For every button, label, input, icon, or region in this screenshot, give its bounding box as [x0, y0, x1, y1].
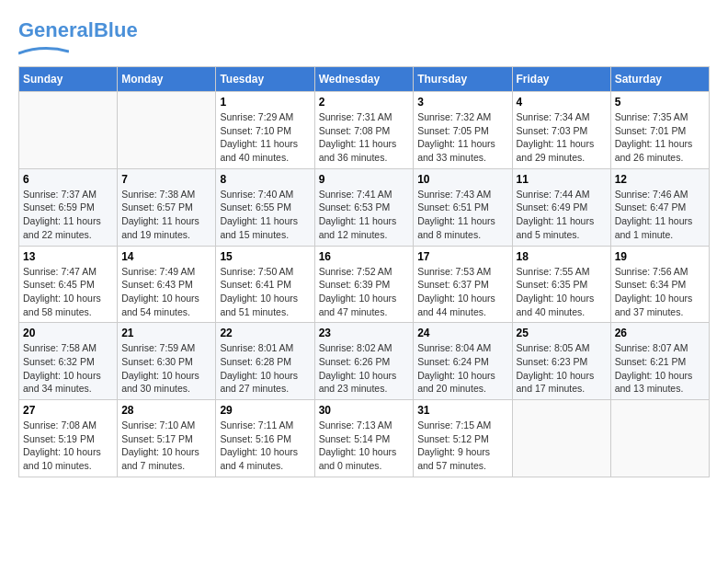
logo-general: General [18, 18, 94, 41]
day-info: Sunrise: 7:31 AM Sunset: 7:08 PM Dayligh… [319, 110, 410, 165]
day-number: 14 [121, 250, 211, 263]
day-number: 20 [23, 327, 113, 339]
day-info: Sunrise: 7:15 AM Sunset: 5:12 PM Dayligh… [417, 419, 507, 473]
day-number: 5 [615, 96, 705, 109]
day-number: 25 [517, 327, 607, 339]
day-info: Sunrise: 7:35 AM Sunset: 7:01 PM Dayligh… [615, 110, 705, 165]
calendar-cell: 1Sunrise: 7:29 AM Sunset: 7:10 PM Daylig… [216, 92, 314, 169]
day-number: 16 [319, 250, 410, 263]
day-info: Sunrise: 7:50 AM Sunset: 6:41 PM Dayligh… [220, 265, 310, 319]
calendar-cell [610, 400, 709, 477]
calendar-cell: 30Sunrise: 7:13 AM Sunset: 5:14 PM Dayli… [314, 400, 414, 477]
calendar-cell: 8Sunrise: 7:40 AM Sunset: 6:55 PM Daylig… [216, 168, 314, 246]
calendar-cell: 26Sunrise: 8:07 AM Sunset: 6:21 PM Dayli… [610, 323, 709, 400]
calendar-cell: 4Sunrise: 7:34 AM Sunset: 7:03 PM Daylig… [512, 92, 610, 169]
weekday-header-friday: Friday [512, 67, 610, 92]
day-number: 8 [220, 173, 310, 186]
day-info: Sunrise: 7:29 AM Sunset: 7:10 PM Dayligh… [220, 110, 310, 165]
calendar-week-row: 6Sunrise: 7:37 AM Sunset: 6:59 PM Daylig… [19, 168, 710, 246]
calendar-week-row: 27Sunrise: 7:08 AM Sunset: 5:19 PM Dayli… [19, 400, 710, 477]
day-info: Sunrise: 7:53 AM Sunset: 6:37 PM Dayligh… [417, 265, 507, 319]
calendar-week-row: 20Sunrise: 7:58 AM Sunset: 6:32 PM Dayli… [19, 323, 710, 400]
day-info: Sunrise: 7:10 AM Sunset: 5:17 PM Dayligh… [121, 419, 211, 473]
day-number: 28 [121, 404, 211, 417]
day-info: Sunrise: 7:43 AM Sunset: 6:51 PM Dayligh… [417, 188, 507, 242]
day-number: 30 [319, 404, 410, 417]
day-number: 29 [220, 404, 310, 417]
day-number: 3 [417, 96, 507, 109]
day-number: 23 [319, 327, 410, 339]
logo: GeneralBlue [18, 18, 138, 57]
logo-blue: Blue [94, 18, 138, 41]
day-info: Sunrise: 7:34 AM Sunset: 7:03 PM Dayligh… [517, 110, 607, 165]
page-header: GeneralBlue [18, 18, 710, 57]
day-info: Sunrise: 7:56 AM Sunset: 6:34 PM Dayligh… [615, 265, 705, 319]
day-number: 4 [517, 96, 607, 109]
day-number: 12 [615, 173, 705, 186]
day-info: Sunrise: 8:04 AM Sunset: 6:24 PM Dayligh… [417, 341, 507, 396]
day-info: Sunrise: 7:37 AM Sunset: 6:59 PM Dayligh… [23, 188, 113, 242]
calendar-cell: 15Sunrise: 7:50 AM Sunset: 6:41 PM Dayli… [216, 246, 314, 323]
calendar-cell: 19Sunrise: 7:56 AM Sunset: 6:34 PM Dayli… [610, 246, 709, 323]
calendar-cell: 9Sunrise: 7:41 AM Sunset: 6:53 PM Daylig… [314, 168, 414, 246]
day-info: Sunrise: 7:38 AM Sunset: 6:57 PM Dayligh… [121, 188, 211, 242]
day-number: 18 [517, 250, 607, 263]
day-number: 1 [220, 96, 310, 109]
day-info: Sunrise: 7:55 AM Sunset: 6:35 PM Dayligh… [517, 265, 607, 319]
weekday-header-wednesday: Wednesday [314, 67, 414, 92]
day-number: 31 [417, 404, 507, 417]
calendar-cell: 25Sunrise: 8:05 AM Sunset: 6:23 PM Dayli… [512, 323, 610, 400]
calendar-cell: 13Sunrise: 7:47 AM Sunset: 6:45 PM Dayli… [19, 246, 118, 323]
day-info: Sunrise: 7:41 AM Sunset: 6:53 PM Dayligh… [319, 188, 410, 242]
calendar-week-row: 1Sunrise: 7:29 AM Sunset: 7:10 PM Daylig… [19, 92, 710, 169]
calendar-cell: 31Sunrise: 7:15 AM Sunset: 5:12 PM Dayli… [414, 400, 512, 477]
calendar-cell: 6Sunrise: 7:37 AM Sunset: 6:59 PM Daylig… [19, 168, 118, 246]
day-number: 27 [23, 404, 113, 417]
calendar-cell [19, 92, 118, 169]
calendar-cell: 17Sunrise: 7:53 AM Sunset: 6:37 PM Dayli… [414, 246, 512, 323]
day-number: 21 [121, 327, 211, 339]
calendar-cell: 24Sunrise: 8:04 AM Sunset: 6:24 PM Dayli… [414, 323, 512, 400]
day-number: 22 [220, 327, 310, 339]
calendar-cell: 10Sunrise: 7:43 AM Sunset: 6:51 PM Dayli… [414, 168, 512, 246]
day-info: Sunrise: 7:47 AM Sunset: 6:45 PM Dayligh… [23, 265, 113, 319]
weekday-header-monday: Monday [118, 67, 216, 92]
day-number: 2 [319, 96, 410, 109]
day-number: 26 [615, 327, 705, 339]
calendar-cell: 7Sunrise: 7:38 AM Sunset: 6:57 PM Daylig… [118, 168, 216, 246]
day-number: 17 [417, 250, 507, 263]
day-info: Sunrise: 7:11 AM Sunset: 5:16 PM Dayligh… [220, 419, 310, 473]
calendar-cell: 20Sunrise: 7:58 AM Sunset: 6:32 PM Dayli… [19, 323, 118, 400]
day-number: 10 [417, 173, 507, 186]
day-number: 11 [517, 173, 607, 186]
calendar-table: SundayMondayTuesdayWednesdayThursdayFrid… [18, 66, 710, 477]
day-info: Sunrise: 7:44 AM Sunset: 6:49 PM Dayligh… [517, 188, 607, 242]
day-info: Sunrise: 8:05 AM Sunset: 6:23 PM Dayligh… [517, 341, 607, 396]
day-info: Sunrise: 7:49 AM Sunset: 6:43 PM Dayligh… [121, 265, 211, 319]
day-number: 19 [615, 250, 705, 263]
calendar-week-row: 13Sunrise: 7:47 AM Sunset: 6:45 PM Dayli… [19, 246, 710, 323]
calendar-body: 1Sunrise: 7:29 AM Sunset: 7:10 PM Daylig… [19, 92, 710, 477]
weekday-header-tuesday: Tuesday [216, 67, 314, 92]
calendar-header-row: SundayMondayTuesdayWednesdayThursdayFrid… [19, 67, 710, 92]
day-info: Sunrise: 8:01 AM Sunset: 6:28 PM Dayligh… [220, 341, 310, 396]
day-info: Sunrise: 8:02 AM Sunset: 6:26 PM Dayligh… [319, 341, 410, 396]
day-info: Sunrise: 7:08 AM Sunset: 5:19 PM Dayligh… [23, 419, 113, 473]
day-info: Sunrise: 7:46 AM Sunset: 6:47 PM Dayligh… [615, 188, 705, 242]
calendar-cell: 3Sunrise: 7:32 AM Sunset: 7:05 PM Daylig… [414, 92, 512, 169]
day-number: 6 [23, 173, 113, 186]
day-info: Sunrise: 8:07 AM Sunset: 6:21 PM Dayligh… [615, 341, 705, 396]
calendar-cell [512, 400, 610, 477]
logo-text: GeneralBlue [18, 18, 138, 42]
calendar-cell: 21Sunrise: 7:59 AM Sunset: 6:30 PM Dayli… [118, 323, 216, 400]
day-info: Sunrise: 7:40 AM Sunset: 6:55 PM Dayligh… [220, 188, 310, 242]
day-number: 13 [23, 250, 113, 263]
day-number: 7 [121, 173, 211, 186]
day-info: Sunrise: 7:59 AM Sunset: 6:30 PM Dayligh… [121, 341, 211, 396]
day-info: Sunrise: 7:13 AM Sunset: 5:14 PM Dayligh… [319, 419, 410, 473]
calendar-cell: 29Sunrise: 7:11 AM Sunset: 5:16 PM Dayli… [216, 400, 314, 477]
weekday-header-sunday: Sunday [19, 67, 118, 92]
day-number: 24 [417, 327, 507, 339]
day-info: Sunrise: 7:32 AM Sunset: 7:05 PM Dayligh… [417, 110, 507, 165]
calendar-cell: 27Sunrise: 7:08 AM Sunset: 5:19 PM Dayli… [19, 400, 118, 477]
